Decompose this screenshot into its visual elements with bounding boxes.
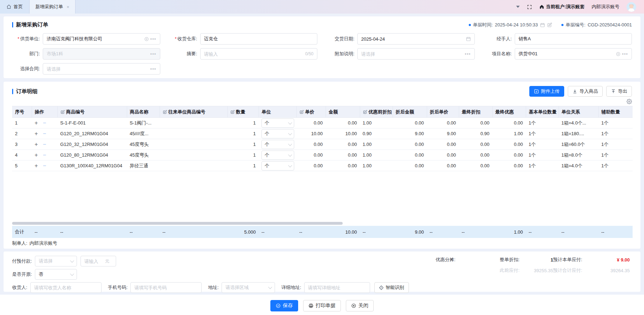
cell-disc_amount[interactable]: 9.00 — [393, 128, 427, 139]
tab-new-purchase-order[interactable]: 新增采购订单 × — [29, 0, 76, 14]
attachment-upload-button[interactable]: 附件上传 — [529, 86, 564, 97]
remove-row-icon[interactable]: − — [43, 152, 46, 158]
smart-recognize-button[interactable]: 智能识别 — [374, 282, 409, 293]
export-button[interactable]: 导出 — [606, 86, 632, 97]
prepay-select[interactable]: 请选择 — [35, 256, 77, 266]
more-icon[interactable]: ••• — [150, 36, 156, 42]
cell-base_qty[interactable]: 1个 — [526, 150, 559, 161]
account-name[interactable]: 内部演示账号 — [592, 4, 619, 10]
cell-unit_rel[interactable]: 1箱=4.0个... — [559, 118, 598, 128]
cell-partner_code[interactable] — [160, 118, 227, 128]
department-input[interactable] — [47, 51, 148, 57]
remove-row-icon[interactable]: − — [43, 141, 46, 147]
cell-no[interactable]: 1 — [12, 118, 32, 128]
unit-select[interactable]: 个 — [261, 129, 294, 138]
clear-icon[interactable] — [616, 52, 620, 56]
cell-name[interactable]: S-1阀门-... — [127, 118, 160, 128]
cell-final_discount[interactable]: 0.00 — [459, 161, 492, 171]
cell-code[interactable]: S-1-F-E-001 — [57, 118, 127, 128]
add-row-icon[interactable]: + — [35, 131, 38, 137]
cell-code[interactable]: G120_32_12RM01G04 — [57, 139, 127, 150]
cell-final_discount[interactable]: 0.00 — [459, 150, 492, 161]
cell-price[interactable]: 0.00 — [296, 150, 326, 161]
cell-unit_rel[interactable]: 1箱=8.0个 — [559, 150, 598, 161]
cell-final_benefit[interactable]: 0.00 — [492, 150, 526, 161]
fullscreen-icon[interactable] — [527, 4, 532, 10]
summary-input[interactable] — [204, 51, 303, 57]
cell-qty[interactable]: 1 — [227, 139, 259, 150]
unit-select[interactable]: 个 — [261, 161, 294, 171]
cell-amount[interactable]: 0.00 — [326, 150, 360, 161]
calendar-icon[interactable] — [540, 22, 545, 27]
cell-disc_price[interactable]: 9.00 — [427, 128, 459, 139]
avatar[interactable] — [627, 2, 636, 12]
cell-disc_amount[interactable]: 0.00 — [393, 139, 427, 150]
warehouse-input[interactable] — [204, 36, 314, 42]
cell-name[interactable]: 45度弯头 — [127, 150, 160, 161]
add-row-icon[interactable]: + — [35, 141, 38, 147]
extra-note-input[interactable] — [361, 51, 463, 57]
add-row-icon[interactable]: + — [35, 120, 38, 126]
cell-amount[interactable]: 0.00 — [326, 161, 360, 171]
address-input[interactable] — [308, 285, 366, 290]
supplier-input[interactable] — [47, 36, 142, 42]
cell-pre_discount[interactable]: 1.00 — [360, 118, 393, 128]
phone-input[interactable] — [134, 285, 198, 290]
unit-select[interactable]: 个 — [261, 118, 294, 128]
nav-home[interactable]: 首页 — [0, 4, 29, 10]
import-products-button[interactable]: 导入商品 — [568, 86, 603, 97]
receiver-input[interactable] — [34, 285, 98, 290]
cell-pre_discount[interactable]: 1.00 — [360, 139, 393, 150]
unit-select[interactable]: 个 — [261, 140, 294, 149]
cell-final_discount[interactable]: 0.00 — [459, 139, 492, 150]
cell-price[interactable]: 0.00 — [296, 161, 326, 171]
cell-disc_amount[interactable]: 0.00 — [393, 150, 427, 161]
cell-no[interactable]: 4 — [12, 150, 32, 161]
remove-row-icon[interactable]: − — [43, 131, 46, 137]
gear-icon[interactable] — [627, 99, 632, 104]
cell-price[interactable]: 0.00 — [296, 118, 326, 128]
close-icon[interactable]: × — [67, 4, 69, 10]
chevron-down-icon[interactable] — [516, 6, 520, 8]
cell-final_benefit[interactable]: 0.00 — [492, 139, 526, 150]
save-button[interactable]: 保存 — [270, 300, 298, 311]
region-select[interactable]: 请选择区域 — [222, 282, 275, 293]
cell-no[interactable]: 2 — [12, 128, 32, 139]
cell-name[interactable]: 异径三通 — [127, 161, 160, 171]
print-button[interactable]: 打印单据 — [303, 300, 341, 311]
horizontal-scrollbar[interactable] — [12, 222, 343, 225]
more-icon[interactable]: ••• — [465, 51, 471, 57]
project-input[interactable] — [519, 51, 614, 57]
delivery-date-input[interactable] — [361, 36, 464, 42]
cell-base_qty[interactable]: 1个 — [526, 139, 559, 150]
cell-unit_rel[interactable]: 1箱=4.0个 — [559, 161, 598, 171]
close-button[interactable]: 关闭 — [346, 300, 374, 311]
cell-final_benefit[interactable]: 0.00 — [492, 118, 526, 128]
cell-disc_amount[interactable]: 0.00 — [393, 161, 427, 171]
cell-unit_rel[interactable]: 1箱=180.... — [559, 128, 598, 139]
more-icon[interactable]: ••• — [622, 51, 628, 57]
cell-name[interactable]: 45////度... — [127, 128, 160, 139]
cell-price[interactable]: 10.00 — [296, 128, 326, 139]
cell-amount[interactable]: 10.00 — [326, 128, 360, 139]
cell-disc_price[interactable]: 0.00 — [427, 118, 459, 128]
calendar-icon[interactable] — [466, 36, 471, 41]
contract-input[interactable] — [47, 66, 148, 72]
cell-disc_price[interactable]: 0.00 — [427, 161, 459, 171]
cell-final_discount[interactable]: 0.00 — [459, 118, 492, 128]
cell-final_benefit[interactable]: 1.00 — [492, 128, 526, 139]
cell-aux_qty[interactable]: 1个 — [598, 139, 633, 150]
unit-select[interactable]: 个 — [261, 151, 294, 160]
handler-input[interactable] — [519, 36, 628, 42]
cell-disc_price[interactable]: 0.00 — [427, 150, 459, 161]
cell-name[interactable]: 45度弯头 — [127, 139, 160, 150]
more-icon[interactable]: ••• — [150, 66, 156, 72]
cell-final_benefit[interactable]: 0.00 — [492, 161, 526, 171]
cell-partner_code[interactable] — [160, 161, 227, 171]
cell-aux_qty[interactable]: 1个 — [598, 128, 633, 139]
cell-pre_discount[interactable]: 1.00 — [360, 161, 393, 171]
cell-no[interactable]: 3 — [12, 139, 32, 150]
cell-qty[interactable]: 1 — [227, 150, 259, 161]
invoice-select[interactable]: 否 — [35, 269, 77, 280]
cell-amount[interactable]: 0.00 — [326, 139, 360, 150]
